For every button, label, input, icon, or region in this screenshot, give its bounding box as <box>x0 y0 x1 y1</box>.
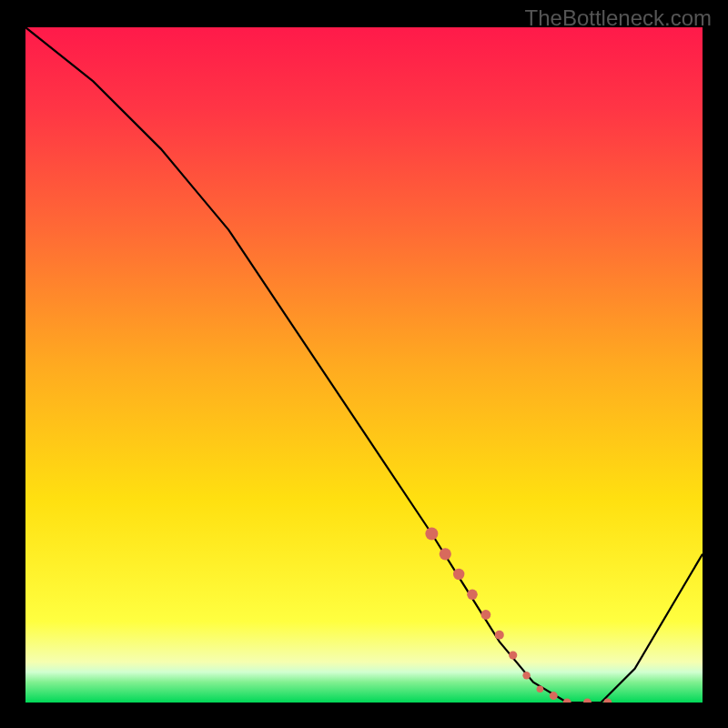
highlight-dot <box>583 699 592 703</box>
highlight-dot <box>453 569 464 580</box>
highlight-dot <box>537 685 544 693</box>
highlight-dot <box>603 699 612 703</box>
highlight-dot <box>550 692 558 700</box>
watermark-text: TheBottleneck.com <box>525 5 712 31</box>
highlight-dot <box>425 528 438 541</box>
highlight-dot <box>563 699 571 703</box>
chart-container <box>25 27 703 703</box>
chart-highlight-dots <box>25 27 703 703</box>
highlight-dot <box>522 672 530 679</box>
highlight-dot <box>467 590 478 601</box>
highlight-dot <box>481 610 491 620</box>
highlight-dot <box>440 548 451 560</box>
highlight-dot <box>509 652 517 660</box>
highlight-dot <box>495 631 504 640</box>
